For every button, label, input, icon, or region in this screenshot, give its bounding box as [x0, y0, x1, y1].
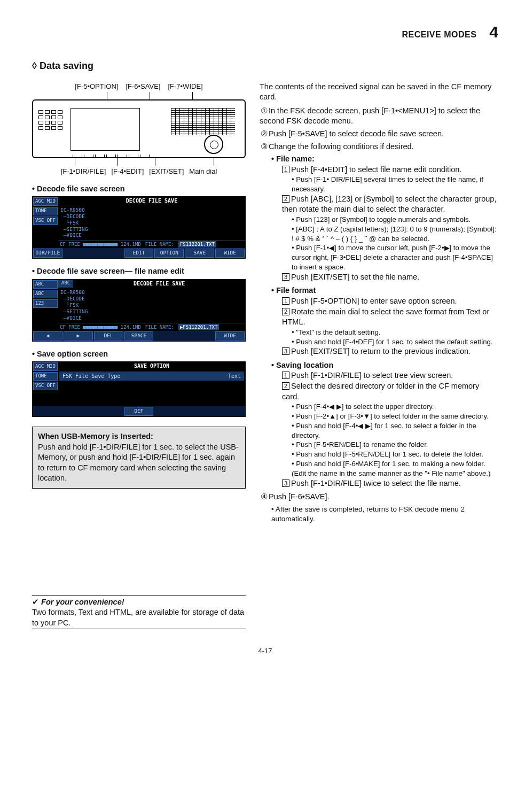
sk-edit: EDIT	[124, 249, 154, 258]
status-filename: FS112201.TXT	[178, 241, 216, 248]
sl-b2s5: • Push and hold [F-5•REN/DEL] for 1 sec.…	[292, 450, 498, 459]
screen-title: DECODE FILE SAVE	[58, 197, 245, 205]
diamond-icon: ◊	[32, 60, 37, 71]
ff-b1: Push [F-5•OPTION] to enter save option s…	[291, 297, 457, 305]
ff-b3: Push [EXIT/SET] to return to the previou…	[291, 347, 471, 355]
intro-text: The contents of the received signal can …	[260, 82, 498, 103]
label-f7-wide: [F-7•WIDE]	[168, 82, 202, 91]
softkey-row: DIR/FILE EDIT OPTION SAVE WIDE	[33, 248, 245, 258]
fn-b2s3: • Push [F-1•◀] to move the cursor left, …	[292, 243, 498, 272]
box-2a: 2	[282, 195, 289, 203]
step4-num: ④	[260, 492, 269, 502]
sk-left: ◀	[33, 331, 62, 341]
tip-body: Two formats, Text and HTML, are availabl…	[32, 607, 246, 628]
box-2b: 2	[282, 308, 289, 315]
chip-abc1: ABC	[33, 280, 58, 289]
ff-b2s2: • Push and hold [F-4•DEF] for 1 sec. to …	[292, 337, 498, 347]
chip-tone2: TONE	[33, 372, 58, 381]
right-column: The contents of the received signal can …	[260, 82, 498, 630]
sl-b1: Push [F-1•DIR/FILE] to select tree view …	[291, 371, 453, 380]
heading-save-option: • Save option screen	[32, 349, 246, 360]
step1-num: ①	[260, 106, 269, 117]
label-f1-dirfile: [F-1•DIR/FILE]	[61, 167, 106, 176]
option-value: Text	[228, 373, 241, 380]
screen-title-edit: DECODE FILE SAVE	[73, 280, 245, 288]
subhead-savingloc: • Saving location	[271, 360, 498, 371]
file-tree-edit: IC-R9500 —DECODE └FSK —SETTING —VOICE	[58, 288, 245, 322]
sk-del: DEL	[94, 331, 123, 341]
heading-decode-save: • Decode file save screen	[32, 184, 246, 195]
screenshot-decode-save: AGC MID TONE VSC OFF DECODE FILE SAVE IC…	[32, 196, 246, 259]
box-1c: 1	[282, 372, 289, 379]
chip-agc2: AGC MID	[33, 362, 58, 371]
fn-b3: Push [EXIT/SET] to set the file name.	[291, 273, 419, 281]
subhead-filename: • File name:	[271, 154, 498, 165]
chip-agc: AGC MID	[33, 197, 58, 206]
page-header: RECEIVE MODES 4	[32, 21, 498, 43]
ff-b2: Rotate the main dial to select the save …	[282, 307, 489, 327]
softkey-row-option: DEF	[33, 406, 245, 416]
sl-b2s1: • Push [F-4•◀ ▶] to select the upper dir…	[292, 402, 498, 412]
label-f4-edit: [F-4•EDIT]	[111, 167, 144, 176]
sk-right: ▶	[64, 331, 93, 341]
subhead-fileformat: • File format	[271, 285, 498, 296]
check-icon: ✔	[32, 598, 39, 606]
box-3a: 3	[282, 273, 289, 281]
tip-title: For your convenience!	[41, 598, 124, 606]
convenience-tip: ✔ For your convenience! Two formats, Tex…	[32, 596, 246, 629]
sl-b2s2: • Push [F-2•▲] or [F-3•▼] to select fold…	[292, 412, 498, 421]
sl-b2s4: • Push [F-5•REN/DEL] to rename the folde…	[292, 440, 498, 450]
sl-b2s3: • Push and hold [F-4•◀ ▶] for 1 sec. to …	[292, 421, 498, 440]
chip-123: 123	[33, 299, 58, 308]
chip-vsc2: VSC OFF	[33, 382, 58, 390]
fn-b1s: • Push [F-1• DIR/FILE] several times to …	[292, 175, 498, 194]
softkey-row-edit: ◀ ▶ DEL SPACE WIDE	[33, 331, 245, 341]
diagram-bottom-labels: [F-1•DIR/FILE] [F-4•EDIT] [EXIT/SET] Mai…	[32, 167, 246, 176]
header-chapter: 4	[489, 21, 498, 43]
sl-b2s6: • Push and hold [F-6•MAKE] for 1 sec. to…	[292, 459, 498, 478]
screenshot-save-option: AGC MID TONE VSC OFF SAVE OPTION FSK Fil…	[32, 361, 246, 417]
chip-vsc: VSC OFF	[33, 216, 58, 225]
label-exit-set: [EXIT/SET]	[149, 167, 184, 176]
step3-text: Change the following conditions if desir…	[269, 142, 414, 151]
sk-save: SAVE	[185, 249, 214, 258]
ff-b2s1: • "Text" is the default setting.	[292, 328, 498, 337]
sl-b2: Select the desired directory or folder i…	[282, 382, 479, 401]
status-filelabel-edit: FILE NAME:	[145, 324, 174, 330]
section-title-text: Data saving	[40, 60, 93, 71]
usb-memory-infobox: When USB-Memory is Inserted: Push and ho…	[32, 427, 246, 489]
step1-text: In the FSK decode screen, push [F-1•<MEN…	[260, 106, 480, 126]
label-f5-option: [F-5•OPTION]	[75, 82, 118, 91]
infobox-title: When USB-Memory is Inserted:	[38, 431, 240, 442]
left-column: [F-5•OPTION] [F-6•SAVE] [F-7•WIDE]	[32, 82, 246, 630]
section-title: ◊ Data saving	[32, 59, 498, 72]
fn-b2: Push [ABC], [123] or [Symbol] to select …	[282, 195, 496, 214]
fn-b1: Push [F-4•EDIT] to select file name edit…	[291, 165, 461, 174]
box-1b: 1	[282, 297, 289, 305]
box-2c: 2	[282, 382, 289, 390]
sk-wide: WIDE	[215, 249, 245, 258]
fn-b2s2: • [ABC] : A to Z (capital letters); [123…	[292, 225, 498, 244]
option-label: FSK File Save Type	[62, 373, 120, 380]
diagram-top-labels: [F-5•OPTION] [F-6•SAVE] [F-7•WIDE]	[32, 82, 246, 91]
step2-num: ②	[260, 129, 269, 140]
step4-text: Push [F-6•SAVE].	[269, 492, 330, 501]
screenshot-name-edit: ABC ABC 123 ABCDECODE FILE SAVE IC-R9500…	[32, 279, 246, 342]
file-tree: IC-R9500 —DECODE └FSK —SETTING —VOICE	[58, 205, 245, 240]
label-f6-save: [F-6•SAVE]	[126, 82, 160, 91]
status-filelabel: FILE NAME:	[145, 241, 174, 248]
box-3c: 3	[282, 480, 289, 487]
sk-dirfile: DIR/FILE	[33, 249, 62, 258]
chip-abc2: ABC	[33, 290, 58, 298]
page-number: 4-17	[32, 646, 498, 656]
header-title: RECEIVE MODES	[402, 29, 476, 41]
box-1a: 1	[282, 166, 289, 173]
chip-tone: TONE	[33, 207, 58, 215]
sl-b3: Push [F-1•DIR/FILE] twice to select the …	[291, 479, 461, 488]
step3-num: ③	[260, 142, 269, 152]
status-free: CF FREE ■■■■■■■■■■■■ 124.1MB	[60, 241, 141, 248]
sk-def: DEF	[124, 407, 154, 416]
mode-indicator: ABC	[58, 280, 73, 288]
step4-sub: • After the save is completed, returns t…	[271, 505, 498, 524]
step2-text: Push [F-5•SAVE] to select decode file sa…	[269, 129, 444, 138]
